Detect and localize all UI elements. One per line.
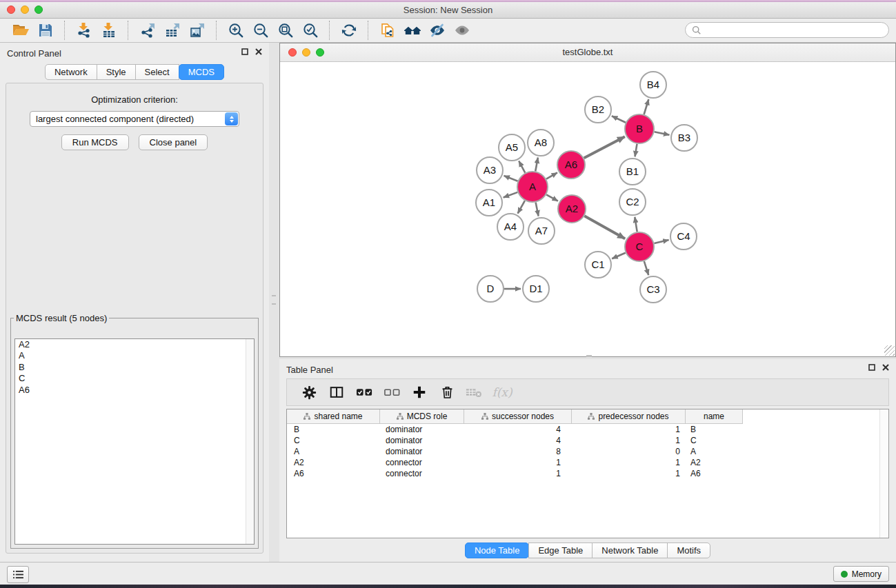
mcds-result-item[interactable]: B — [15, 362, 254, 373]
float-table-panel-icon[interactable] — [868, 364, 875, 371]
zoom-selected-button[interactable] — [298, 20, 323, 41]
deselect-all-rows-button[interactable] — [378, 381, 406, 403]
column-header-successor-nodes[interactable]: successor nodes — [464, 409, 572, 424]
edge-A2-C[interactable] — [584, 216, 625, 239]
network-window-titlebar[interactable]: testGlobe.txt — [280, 43, 895, 62]
column-header-mcds-role[interactable]: MCDS role — [380, 409, 464, 424]
edge-C-C4[interactable] — [654, 240, 668, 243]
zoom-fit-content-button[interactable] — [273, 20, 298, 41]
export-network-button[interactable] — [135, 20, 160, 41]
resize-grip-icon[interactable] — [884, 345, 895, 356]
edge-A-A2[interactable] — [546, 194, 558, 201]
table-row[interactable]: Cdominator41C — [287, 435, 888, 446]
table-row[interactable]: Adominator80A — [287, 446, 888, 457]
cell-shared-name[interactable]: C — [287, 436, 380, 445]
edge-A6-B[interactable] — [584, 136, 625, 158]
node-C2[interactable]: C2 — [619, 189, 646, 215]
hide-selected-button[interactable] — [425, 20, 450, 41]
node-B[interactable]: B — [625, 114, 654, 143]
memory-button[interactable]: Memory — [833, 566, 889, 582]
mcds-result-item[interactable]: A6 — [15, 385, 254, 396]
column-header-shared-name[interactable]: shared name — [287, 409, 380, 424]
delete-column-button[interactable] — [433, 381, 461, 403]
edge-A-A6[interactable] — [546, 172, 557, 179]
edge-B-B1[interactable] — [635, 144, 637, 157]
node-C1[interactable]: C1 — [585, 252, 611, 278]
search-box[interactable] — [685, 22, 889, 38]
node-A4[interactable]: A4 — [497, 214, 524, 240]
zoom-out-button[interactable] — [248, 20, 273, 41]
edge-A-A7[interactable] — [536, 203, 539, 216]
node-A[interactable]: A — [517, 172, 548, 202]
node-A2[interactable]: A2 — [558, 195, 586, 223]
app-titlebar[interactable]: Session: New Session — [0, 2, 896, 19]
node-D[interactable]: D — [477, 276, 504, 302]
node-A3[interactable]: A3 — [477, 157, 503, 183]
network-canvas[interactable]: B4B2BB3A8A5A6A3B1AC2A1A2A4A7C4CC1DD1C3 — [280, 62, 895, 357]
cell-name[interactable]: B — [686, 425, 743, 434]
tab-select[interactable]: Select — [135, 64, 179, 80]
edge-A-A5[interactable] — [519, 161, 525, 173]
edge-B-B2[interactable] — [612, 116, 626, 122]
zoom-in-button[interactable] — [223, 20, 248, 41]
edge-C-C3[interactable] — [644, 261, 648, 275]
criterion-select[interactable]: largest connected component (directed) — [30, 111, 239, 127]
cell-name[interactable]: A6 — [686, 469, 743, 478]
save-session-button[interactable] — [33, 20, 58, 41]
node-A8[interactable]: A8 — [528, 130, 554, 156]
tab-style[interactable]: Style — [97, 64, 136, 80]
home-view-button[interactable] — [400, 20, 425, 41]
list-scrollbar[interactable] — [246, 339, 254, 544]
cell-successor-nodes[interactable]: 1 — [464, 469, 572, 478]
node-B1[interactable]: B1 — [619, 159, 646, 185]
add-column-button[interactable] — [406, 381, 433, 403]
cell-shared-name[interactable]: A — [287, 447, 380, 456]
cell-predecessor-nodes[interactable]: 1 — [572, 436, 686, 445]
import-network-button[interactable] — [72, 20, 97, 41]
edge-C-C1[interactable] — [612, 253, 626, 259]
select-all-rows-button[interactable] — [350, 381, 378, 403]
panel-splitter[interactable] — [269, 43, 279, 562]
node-C4[interactable]: C4 — [670, 223, 697, 250]
open-session-button[interactable] — [8, 20, 33, 41]
node-A1[interactable]: A1 — [476, 190, 502, 216]
mcds-result-item[interactable]: A — [15, 350, 254, 361]
edge-B-B4[interactable] — [644, 99, 649, 114]
refresh-view-button[interactable] — [337, 20, 361, 41]
column-header-name[interactable]: name — [686, 409, 743, 424]
tab-edge-table[interactable]: Edge Table — [528, 543, 593, 558]
cell-mcds-role[interactable]: dominator — [380, 425, 464, 434]
import-table-button[interactable] — [97, 20, 121, 41]
tab-node-table[interactable]: Node Table — [465, 543, 530, 558]
table-settings-button[interactable] — [295, 381, 323, 403]
node-B3[interactable]: B3 — [671, 125, 697, 151]
run-mcds-button[interactable]: Run MCDS — [61, 134, 129, 150]
mcds-result-item[interactable]: A2 — [15, 339, 254, 350]
cell-name[interactable]: A — [686, 447, 743, 456]
cell-shared-name[interactable]: A2 — [287, 458, 380, 467]
cell-predecessor-nodes[interactable]: 1 — [572, 458, 686, 467]
export-image-button[interactable] — [185, 20, 210, 41]
close-table-panel-icon[interactable] — [882, 364, 889, 371]
node-B2[interactable]: B2 — [585, 97, 611, 123]
cell-mcds-role[interactable]: dominator — [380, 436, 464, 445]
table-row[interactable]: A2connector11A2 — [287, 457, 888, 468]
cell-mcds-role[interactable]: connector — [380, 458, 464, 467]
mcds-result-list[interactable]: A2ABCA6 — [14, 338, 255, 545]
float-panel-icon[interactable] — [241, 48, 248, 55]
cell-successor-nodes[interactable]: 1 — [464, 458, 572, 467]
split-panel-button[interactable] — [323, 381, 350, 403]
cell-mcds-role[interactable]: connector — [380, 469, 464, 478]
edge-C-C2[interactable] — [635, 217, 637, 232]
close-panel-button[interactable]: Close panel — [139, 134, 208, 150]
cell-mcds-role[interactable]: dominator — [380, 447, 464, 456]
search-input[interactable] — [706, 24, 882, 36]
cell-successor-nodes[interactable]: 8 — [464, 447, 572, 456]
edge-A-A1[interactable] — [504, 192, 518, 198]
tab-motifs[interactable]: Motifs — [667, 543, 710, 558]
edge-A-A4[interactable] — [518, 201, 525, 214]
show-all-button[interactable] — [450, 20, 475, 41]
cell-predecessor-nodes[interactable]: 1 — [572, 425, 686, 434]
tab-network-table[interactable]: Network Table — [592, 543, 668, 558]
mcds-result-item[interactable]: C — [15, 373, 254, 384]
